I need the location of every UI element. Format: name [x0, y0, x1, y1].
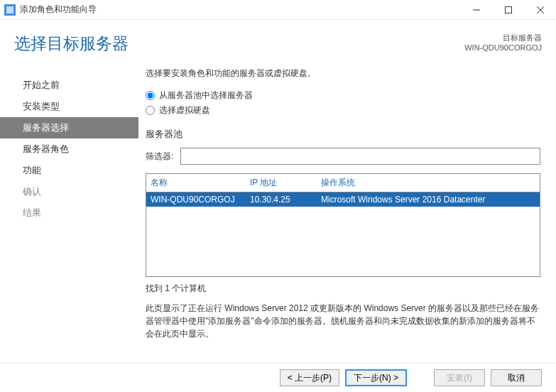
titlebar: 添加角色和功能向导 [0, 0, 556, 20]
svg-rect-2 [505, 6, 511, 13]
table-header: 名称 IP 地址 操作系统 [146, 174, 540, 192]
instruction-text: 选择要安装角色和功能的服务器或虚拟硬盘。 [146, 67, 540, 80]
nav-confirmation: 确认 [0, 181, 138, 202]
nav-server-roles[interactable]: 服务器角色 [0, 138, 138, 160]
svg-rect-0 [6, 6, 13, 13]
nav-results: 结果 [0, 202, 138, 224]
radio-group: 从服务器池中选择服务器 选择虚拟硬盘 [146, 89, 540, 116]
prev-button[interactable]: < 上一步(P) [280, 369, 339, 386]
server-table: 名称 IP 地址 操作系统 WIN-QDU90CORGOJ 10.30.4.25… [146, 173, 540, 277]
nav-server-selection[interactable]: 服务器选择 [0, 117, 138, 138]
window-title: 添加角色和功能向导 [20, 4, 460, 16]
radio-vhd-label[interactable]: 选择虚拟硬盘 [159, 104, 210, 116]
page-title: 选择目标服务器 [14, 33, 129, 55]
nav-install-type[interactable]: 安装类型 [0, 96, 138, 117]
nav-before-begin[interactable]: 开始之前 [0, 75, 138, 96]
install-button: 安装(I) [434, 369, 485, 386]
minimize-button[interactable] [460, 0, 492, 19]
cell-name: WIN-QDU90CORGOJ [151, 195, 250, 205]
maximize-button[interactable] [492, 0, 524, 19]
footer: < 上一步(P) 下一步(N) > 安装(I) 取消 [0, 363, 556, 386]
destination-server: 目标服务器 WIN-QDU90CORGOJ [464, 33, 542, 53]
header: 选择目标服务器 目标服务器 WIN-QDU90CORGOJ [0, 20, 556, 59]
content: 选择要安装角色和功能的服务器或虚拟硬盘。 从服务器池中选择服务器 选择虚拟硬盘 … [138, 59, 556, 357]
svg-line-3 [537, 6, 544, 13]
filter-row: 筛选器: [146, 148, 540, 165]
description-text: 此页显示了正在运行 Windows Server 2012 或更新版本的 Win… [146, 302, 540, 340]
server-pool-label: 服务器池 [146, 128, 540, 141]
window-controls [460, 0, 556, 19]
sidebar: 开始之前 安装类型 服务器选择 服务器角色 功能 确认 结果 [0, 59, 138, 357]
next-button[interactable]: 下一步(N) > [345, 369, 407, 386]
cell-os: Microsoft Windows Server 2016 Datacenter [321, 195, 535, 205]
col-header-name[interactable]: 名称 [151, 177, 250, 189]
filter-label: 筛选器: [146, 151, 173, 163]
col-header-os[interactable]: 操作系统 [321, 177, 535, 189]
destination-value: WIN-QDU90CORGOJ [464, 43, 542, 53]
svg-line-4 [537, 6, 544, 13]
radio-vhd[interactable] [146, 106, 155, 115]
nav-features[interactable]: 功能 [0, 160, 138, 181]
col-header-ip[interactable]: IP 地址 [250, 177, 321, 189]
wizard-icon [4, 4, 16, 16]
radio-server-pool[interactable] [146, 91, 155, 100]
destination-label: 目标服务器 [464, 33, 542, 43]
filter-input[interactable] [180, 148, 540, 165]
cell-ip: 10.30.4.25 [250, 195, 321, 205]
radio-server-pool-label[interactable]: 从服务器池中选择服务器 [159, 89, 253, 102]
table-row[interactable]: WIN-QDU90CORGOJ 10.30.4.25 Microsoft Win… [146, 192, 540, 207]
close-button[interactable] [524, 0, 556, 19]
found-count: 找到 1 个计算机 [146, 283, 540, 295]
cancel-button[interactable]: 取消 [491, 369, 542, 386]
